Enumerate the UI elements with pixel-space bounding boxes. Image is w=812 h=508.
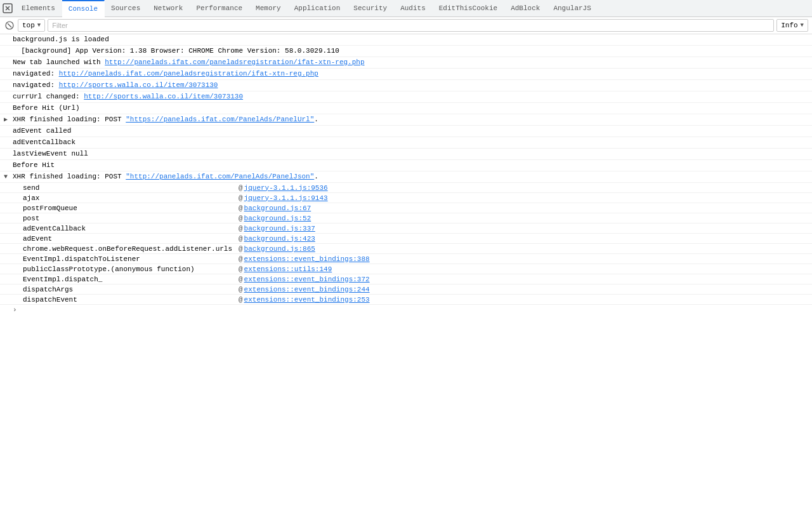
- log-text: XHR finished loading: POST "https://pane…: [13, 115, 318, 124]
- stack-frame: adEvent @ background.js:423: [0, 234, 812, 244]
- tab-sources[interactable]: Sources: [105, 0, 147, 17]
- log-line: currUrl changed: http://sports.walla.co.…: [0, 91, 812, 103]
- stack-link[interactable]: extensions::event_bindings:388: [244, 255, 370, 263]
- log-text: XHR finished loading: POST "http://panel…: [13, 172, 318, 182]
- console-prompt[interactable]: ›: [0, 305, 812, 315]
- stack-at: @: [239, 194, 243, 202]
- xhr-expanded-line[interactable]: ▼ XHR finished loading: POST "http://pan…: [0, 171, 812, 183]
- stack-at: @: [239, 184, 243, 192]
- stack-frame: dispatchEvent @ extensions::event_bindin…: [0, 295, 812, 305]
- stack-frame: chrome.webRequest.onBeforeRequest.addLis…: [0, 244, 812, 254]
- tab-elements[interactable]: Elements: [15, 0, 62, 17]
- stack-at: @: [239, 265, 243, 273]
- console-link[interactable]: http://sports.walla.co.il/item/3073130: [59, 81, 218, 89]
- context-dropdown[interactable]: top ▼: [18, 19, 45, 32]
- log-text: navigated: http://panelads.ifat.com/pane…: [13, 69, 318, 79]
- log-line: adEvent called: [0, 126, 812, 137]
- stack-function-name: EventImpl.dispatchToListener: [23, 255, 239, 263]
- log-line: Before Hit: [0, 160, 812, 171]
- stack-link[interactable]: extensions::event_bindings:372: [244, 276, 370, 283]
- console-link[interactable]: "http://panelads.ifat.com/PanelAds/Panel…: [126, 173, 314, 180]
- log-line: adEventCallback: [0, 137, 812, 149]
- log-text: Before Hit (Url): [13, 104, 80, 113]
- stack-frame: adEventCallback @ background.js:337: [0, 224, 812, 234]
- log-level-label: Info: [781, 22, 797, 29]
- tab-audits[interactable]: Audits: [394, 0, 433, 17]
- stack-link[interactable]: extensions::event_bindings:244: [244, 286, 370, 293]
- stack-frame: publicClassPrototype.(anonymous function…: [0, 264, 812, 274]
- stack-at: @: [239, 204, 243, 212]
- collapse-arrow-icon: ▼: [4, 172, 11, 182]
- stack-frame: EventImpl.dispatchToListener @ extension…: [0, 254, 812, 264]
- log-text: lastViewEvent null: [13, 149, 88, 159]
- stack-function-name: post: [23, 215, 239, 222]
- log-text: currUrl changed: http://sports.walla.co.…: [13, 92, 243, 102]
- prompt-icon: ›: [13, 306, 17, 314]
- stack-at: @: [239, 235, 243, 243]
- tab-adblock[interactable]: AdBlock: [504, 0, 547, 17]
- stack-function-name: publicClassPrototype.(anonymous function…: [23, 265, 239, 273]
- stack-link[interactable]: extensions::utils:149: [244, 265, 332, 273]
- log-line: navigated: http://panelads.ifat.com/pane…: [0, 69, 812, 80]
- filter-input[interactable]: [48, 19, 774, 32]
- tab-editthiscookie[interactable]: EditThisCookie: [433, 0, 504, 17]
- stack-function-name: adEventCallback: [23, 225, 239, 232]
- log-text: [background] App Version: 1.38 Browser: …: [13, 46, 339, 56]
- stack-frame: send @ jquery-3.1.1.js:9536: [0, 183, 812, 193]
- log-line: background.js is loaded: [0, 34, 812, 46]
- tab-performance[interactable]: Performance: [190, 0, 249, 17]
- clear-console-button[interactable]: [4, 20, 15, 31]
- stack-link[interactable]: background.js:423: [244, 235, 315, 243]
- stack-frame: dispatchArgs @ extensions::event_binding…: [0, 284, 812, 295]
- tab-console[interactable]: Console: [62, 0, 105, 17]
- stack-link[interactable]: background.js:67: [244, 204, 311, 212]
- stack-at: @: [239, 215, 243, 222]
- log-line: Before Hit (Url): [0, 103, 812, 114]
- stack-at: @: [239, 225, 243, 232]
- log-level-arrow-icon: ▼: [801, 22, 804, 29]
- console-link[interactable]: http://panelads.ifat.com/paneladsregistr…: [105, 58, 364, 66]
- tabs-bar: Elements Console Sources Network Perform…: [0, 0, 812, 17]
- stack-link[interactable]: background.js:52: [244, 215, 311, 222]
- stack-function-name: send: [23, 184, 239, 192]
- stack-link[interactable]: extensions::event_bindings:253: [244, 296, 370, 304]
- console-link[interactable]: http://panelads.ifat.com/paneladsregistr…: [59, 70, 318, 77]
- stack-at: @: [239, 276, 243, 283]
- log-text: Before Hit: [13, 161, 55, 170]
- stack-at: @: [239, 255, 243, 263]
- tab-security[interactable]: Security: [347, 0, 394, 17]
- stack-function-name: dispatchEvent: [23, 296, 239, 304]
- tab-angularjs[interactable]: AngularJS: [547, 0, 598, 17]
- stack-link[interactable]: jquery-3.1.1.js:9536: [244, 184, 328, 192]
- log-text: adEvent called: [13, 126, 71, 136]
- log-text: background.js is loaded: [13, 35, 109, 44]
- console-output: background.js is loaded [background] App…: [0, 34, 812, 508]
- log-text: adEventCallback: [13, 138, 75, 147]
- console-link[interactable]: http://sports.walla.co.il/item/3073130: [84, 93, 243, 100]
- expand-arrow-icon: ▶: [4, 115, 11, 124]
- svg-line-4: [8, 23, 11, 27]
- tab-network[interactable]: Network: [147, 0, 190, 17]
- stack-function-name: chrome.webRequest.onBeforeRequest.addLis…: [23, 245, 239, 253]
- stack-link[interactable]: background.js:337: [244, 225, 315, 232]
- stack-frame: postFromQueue @ background.js:67: [0, 203, 812, 213]
- log-line: navigated: http://sports.walla.co.il/ite…: [0, 80, 812, 91]
- context-label: top: [22, 22, 35, 29]
- tab-application[interactable]: Application: [288, 0, 348, 17]
- log-line: New tab launched with http://panelads.if…: [0, 57, 812, 69]
- console-toolbar: top ▼ Info ▼: [0, 17, 812, 34]
- log-text: New tab launched with http://panelads.if…: [13, 58, 365, 67]
- log-text: navigated: http://sports.walla.co.il/ite…: [13, 81, 218, 90]
- stack-function-name: dispatchArgs: [23, 286, 239, 293]
- xhr-collapsed-line[interactable]: ▶ XHR finished loading: POST "https://pa…: [0, 114, 812, 126]
- console-link[interactable]: "https://panelads.ifat.com/PanelAds/Pane…: [126, 116, 314, 123]
- stack-link[interactable]: background.js:865: [244, 245, 315, 253]
- dropdown-arrow-icon: ▼: [37, 22, 41, 29]
- stack-function-name: EventImpl.dispatch_: [23, 276, 239, 283]
- tab-memory[interactable]: Memory: [249, 0, 288, 17]
- stack-at: @: [239, 286, 243, 293]
- stack-at: @: [239, 245, 243, 253]
- stack-function-name: adEvent: [23, 235, 239, 243]
- stack-link[interactable]: jquery-3.1.1.js:9143: [244, 194, 328, 202]
- log-level-dropdown[interactable]: Info ▼: [776, 19, 808, 32]
